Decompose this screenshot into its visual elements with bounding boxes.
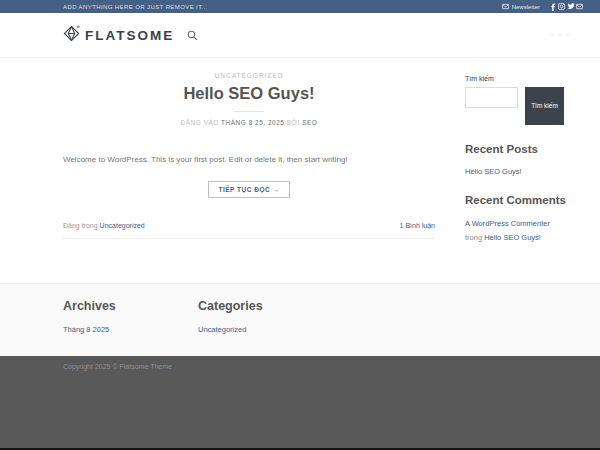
category-link[interactable]: Uncategorized [198,325,246,334]
post-footer-meta: Đăng trong Uncategorized 1 Bình luận [63,222,435,239]
newsletter-label: Newsletter [512,4,540,10]
search-icon[interactable] [187,30,198,41]
comment-author-link[interactable]: A WordPress Commenter [465,219,550,228]
site-header: FLATSOME [0,13,600,58]
post-article: UNCATEGORIZED Hello SEO Guys! ĐĂNG VÀO T… [63,72,435,245]
search-widget: Tìm kiếm [465,87,568,125]
meta-date: THÁNG 8 25, 2025 [221,119,284,126]
archive-link[interactable]: Tháng 8 2025 [63,325,109,334]
facebook-icon[interactable] [548,2,557,11]
faint-icon [550,33,554,37]
post-category-label: UNCATEGORIZED [63,72,435,79]
topbar-right: Newsletter [501,2,584,11]
topbar: ADD ANYTHING HERE OR JUST REMOVE IT... N… [0,0,600,13]
search-submit-button[interactable]: Tìm kiếm [525,87,564,125]
header-right-icons[interactable] [550,33,570,37]
newsletter-link[interactable]: Newsletter [501,2,540,11]
comments-link[interactable]: 1 Bình luận [400,222,435,229]
sidebar: Tìm kiếm Tìm kiếm Recent Posts Hello SEO… [465,72,568,245]
categories-title: Categories [198,299,333,313]
recent-posts-title: Recent Posts [465,143,568,155]
comment-connector: trong [465,233,482,242]
search-widget-label: Tìm kiếm [465,75,568,82]
copyright-text: Copyright 2025 © Flatsome Theme [63,363,570,370]
recent-post-link[interactable]: Hello SEO Guys! [465,167,568,176]
faint-icon [558,33,562,37]
absolute-footer: Copyright 2025 © Flatsome Theme [0,356,600,450]
archives-widget: Archives Tháng 8 2025 [63,299,198,336]
post-category-link[interactable]: UNCATEGORIZED [215,72,284,79]
twitter-icon[interactable] [566,2,575,11]
email-icon[interactable] [575,2,584,11]
post-meta: ĐĂNG VÀO THÁNG 8 25, 2025 BỞI SEO [63,119,435,126]
footer-widgets: Archives Tháng 8 2025 Categories Uncateg… [0,283,600,356]
posted-in-category-link[interactable]: Uncategorized [100,222,145,229]
flatsome-gem-icon [63,25,80,46]
comment-post-link[interactable]: Hello SEO Guys! [484,233,541,242]
recent-comments-title: Recent Comments [465,194,568,206]
posted-in: Đăng trong Uncategorized [63,222,145,229]
site-logo[interactable]: FLATSOME [63,25,174,46]
categories-widget: Categories Uncategorized [198,299,333,336]
post-excerpt: Welcome to WordPress. This is your first… [63,154,435,165]
read-more-button[interactable]: TIẾP TỤC ĐỌC → [208,181,289,198]
read-more-wrap: TIẾP TỤC ĐỌC → [63,178,435,198]
topbar-message: ADD ANYTHING HERE OR JUST REMOVE IT... [63,4,208,10]
recent-comment-item: A WordPress Commenter trong Hello SEO Gu… [465,217,568,245]
faint-icon [566,33,570,37]
meta-author-link[interactable]: SEO [302,119,317,126]
archives-title: Archives [63,299,198,313]
instagram-icon[interactable] [557,2,566,11]
posted-in-label: Đăng trong [63,222,98,229]
main-content: UNCATEGORIZED Hello SEO Guys! ĐĂNG VÀO T… [0,58,600,283]
meta-by: BỞI [287,119,300,126]
meta-posted-on: ĐĂNG VÀO [181,119,219,126]
search-input[interactable] [465,87,518,108]
post-title[interactable]: Hello SEO Guys! [63,84,435,103]
envelope-icon [501,2,510,11]
title-divider [234,111,264,112]
brand-name: FLATSOME [85,28,174,43]
